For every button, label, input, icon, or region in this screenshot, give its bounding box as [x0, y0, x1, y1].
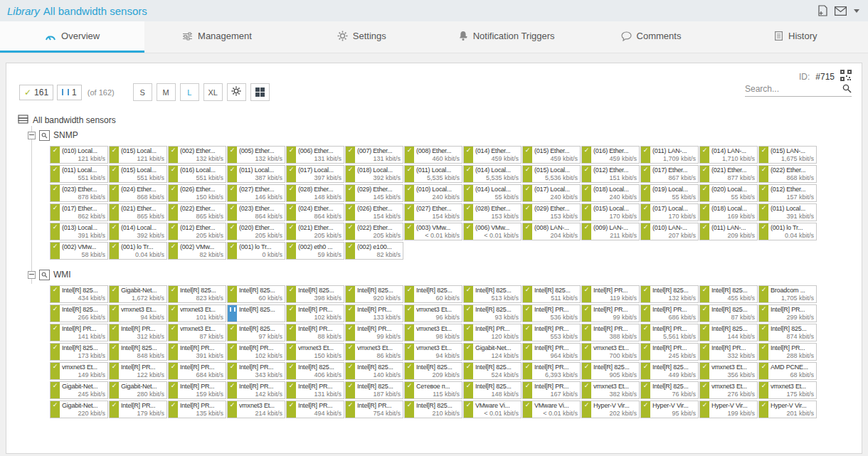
sensor-tile[interactable]: ✓(029) Ether...145 kbit/s	[345, 184, 403, 202]
sensor-tile[interactable]: ✓vmxnet3 Et...96 kbit/s	[404, 304, 462, 322]
sensor-tile[interactable]: ✓Broadcom ...1,705 kbit/s	[758, 285, 817, 303]
sensor-tile[interactable]: Intel[R] 825...	[227, 304, 285, 322]
sensor-tile[interactable]: ✓(024) Ether...864 kbit/s	[286, 203, 344, 221]
group-header-snmp[interactable]: SNMP	[28, 127, 854, 143]
sensor-tile[interactable]: ✓(020) Local...55 kbit/s	[699, 184, 758, 202]
sensor-tile[interactable]: ✓(010) LAN-...207 kbit/s	[640, 223, 699, 240]
sensor-tile[interactable]: ✓Intel[R] 825...76 kbit/s	[640, 381, 699, 399]
sensor-tile[interactable]: ✓(006) Ether...131 kbit/s	[286, 146, 344, 164]
sensor-tile[interactable]: ✓vmxnet3 Et...98 kbit/s	[404, 324, 462, 341]
sensor-tile[interactable]: ✓Intel[R] 825...848 kbit/s	[109, 343, 167, 361]
sensor-tile[interactable]: ✓(002) e100...82 kbit/s	[345, 242, 403, 260]
sensor-tile[interactable]: ✓vmxnet3 Et...150 kbit/s	[286, 343, 344, 361]
sensor-tile[interactable]: ✓Intel[R] PR...167 kbit/s	[522, 381, 581, 399]
sensor-tile[interactable]: ✓Intel[R] PR...754 kbit/s	[345, 401, 403, 418]
sensor-tile[interactable]: ✓(023) Ether...878 kbit/s	[50, 184, 108, 202]
sensor-tile[interactable]: ✓(008) Ether...460 kbit/s	[404, 146, 462, 164]
sensor-tile[interactable]: ✓(014) Local...5,535 kbit/s	[463, 165, 522, 183]
sensor-tile[interactable]: ✓Intel[R] PR...102 kbit/s	[227, 343, 285, 361]
tile-settings-button[interactable]	[227, 83, 246, 101]
sensor-tile[interactable]: ✓Intel[R] PR...5,561 kbit/s	[640, 324, 699, 341]
sensor-tile[interactable]: ✓Intel[R] PR...536 kbit/s	[522, 304, 581, 322]
sensor-tile[interactable]: ✓Intel[R] PR...288 kbit/s	[758, 343, 817, 361]
sensor-tile[interactable]: ✓(015) Local...121 kbit/s	[109, 146, 167, 164]
sensor-tile[interactable]: ✓Intel[R] 825...60 kbit/s	[404, 285, 462, 303]
sensor-tile[interactable]: ✓Intel[R] PR...119 kbit/s	[581, 285, 640, 303]
tree-root[interactable]: All bandwidth sensors	[18, 113, 854, 127]
sensor-tile[interactable]: ✓vmxnet3 Et...700 kbit/s	[581, 343, 640, 361]
sensor-tile[interactable]: ✓(002) VMw...82 kbit/s	[168, 242, 226, 260]
sensor-tile[interactable]: ✓(026) Ether...154 kbit/s	[345, 203, 403, 221]
sensor-tile[interactable]: ✓(015) Local...551 kbit/s	[109, 165, 167, 183]
sensor-tile[interactable]: ✓(009) LAN-...211 kbit/s	[581, 223, 640, 240]
tab-comments[interactable]: Comments	[578, 21, 723, 53]
sensor-tile[interactable]: ✓Intel[R] PR...141 kbit/s	[50, 324, 108, 341]
sensor-tile[interactable]: ✓Intel[R] 825...148 kbit/s	[463, 381, 522, 399]
sensor-tile[interactable]: ✓Intel[R] 825...144 kbit/s	[699, 324, 758, 341]
sensor-tile[interactable]: ✓Gigabit-Net...280 kbit/s	[109, 381, 167, 399]
email-icon[interactable]	[835, 6, 847, 16]
sensor-tile[interactable]: ✓Intel[R] PR...99 kbit/s	[581, 304, 640, 322]
sensor-tile[interactable]: ✓Gigabit-Net...245 kbit/s	[50, 381, 108, 399]
sensor-tile[interactable]: ✓(018) Local...392 kbit/s	[345, 165, 403, 183]
sensor-tile[interactable]: ✓Intel[R] 825...823 kbit/s	[168, 285, 226, 303]
sensor-tile[interactable]: ✓vmxnet3 Et...94 kbit/s	[404, 343, 462, 361]
sensor-tile[interactable]: ✓Intel[R] PR...686 kbit/s	[640, 304, 699, 322]
sensor-tile[interactable]: ✓(022) Ether...868 kbit/s	[758, 165, 817, 183]
tab-notification-triggers[interactable]: Notification Triggers	[434, 21, 578, 53]
size-button-m[interactable]: M	[157, 83, 176, 101]
sensor-tile[interactable]: ✓(002) Ether...132 kbit/s	[168, 146, 226, 164]
sensor-tile[interactable]: ✓Intel[R] PR...131 kbit/s	[286, 381, 344, 399]
sensor-tile[interactable]: ✓Intel[R] 825...449 kbit/s	[640, 362, 699, 380]
sensor-tile[interactable]: ✓Intel[R] 825...87 kbit/s	[699, 304, 758, 322]
sensor-tile[interactable]: ✓(029) Ether...153 kbit/s	[522, 203, 581, 221]
sensor-tile[interactable]: ✓(022) Ether...865 kbit/s	[168, 203, 226, 221]
sensor-tile[interactable]: ✓(007) Ether...131 kbit/s	[345, 146, 403, 164]
sensor-tile[interactable]: ✓Intel[R] PR...120 kbit/s	[463, 324, 522, 341]
size-button-xl[interactable]: XL	[203, 83, 223, 101]
sensor-tile[interactable]: ✓vmxnet3 Et...214 kbit/s	[227, 401, 285, 418]
collapse-icon[interactable]	[28, 132, 36, 139]
sensor-tile[interactable]: ✓(008) LAN-...204 kbit/s	[522, 223, 581, 240]
sensor-tile[interactable]: ✓Hyper-V Vir...201 kbit/s	[758, 401, 817, 418]
sensor-tile[interactable]: ✓(016) Ether...459 kbit/s	[581, 146, 640, 164]
size-button-l[interactable]: L	[180, 83, 199, 101]
sensor-tile[interactable]: ✓Intel[R] PR...142 kbit/s	[227, 381, 285, 399]
sensor-tile[interactable]: ✓(017) Local...397 kbit/s	[286, 165, 344, 183]
up-sensors-badge[interactable]: ✓ 161	[19, 85, 53, 100]
sensor-tile[interactable]: ✓Intel[R] 825...97 kbit/s	[227, 324, 285, 341]
sensor-tile[interactable]: ✓Intel[R] PR...122 kbit/s	[109, 362, 167, 380]
sensor-tile[interactable]: ✓(014) Local...55 kbit/s	[463, 184, 522, 202]
sensor-tile[interactable]: ✓vmxnet3 Et...149 kbit/s	[50, 362, 108, 380]
sensor-tile[interactable]: ✓vmxnet3 Et...101 kbit/s	[168, 304, 226, 322]
sensor-tile[interactable]: ✓(002) eth0 ...59 kbit/s	[286, 242, 344, 260]
size-button-s[interactable]: S	[133, 83, 152, 101]
sensor-tile[interactable]: ✓(014) Ether...459 kbit/s	[463, 146, 522, 164]
sensor-tile[interactable]: ✓(017) Ether...862 kbit/s	[50, 203, 108, 221]
sensor-tile[interactable]: ✓Intel[R] PR...332 kbit/s	[699, 343, 758, 361]
sensor-tile[interactable]: ✓Intel[R] 825...920 kbit/s	[345, 285, 403, 303]
sensor-tile[interactable]: ✓Gigabit-Net...124 kbit/s	[463, 343, 522, 361]
sensor-tile[interactable]: ✓(014) LAN-...1,710 kbit/s	[699, 146, 758, 164]
sensor-tile[interactable]: ✓vmxnet3 Et...356 kbit/s	[699, 362, 758, 380]
sensor-tile[interactable]: ✓(016) Local...551 kbit/s	[168, 165, 226, 183]
sensor-tile[interactable]: ✓Intel[R] PR...312 kbit/s	[109, 324, 167, 341]
sensor-tile[interactable]: ✓(015) LAN-...1,675 kbit/s	[758, 146, 817, 164]
sensor-tile[interactable]: ✓Intel[R] 825...187 kbit/s	[345, 381, 403, 399]
sensor-tile[interactable]: ✓AMD PCNE...68 kbit/s	[758, 362, 817, 380]
sensor-tile[interactable]: ✓VMware Vi...< 0.01 kbit/s	[522, 401, 581, 418]
sensor-tile[interactable]: ✓vmxnet3 Et...382 kbit/s	[581, 381, 640, 399]
sensor-tile[interactable]: ✓Intel[R] 825...210 kbit/s	[404, 401, 462, 418]
sensor-tile[interactable]: ✓Intel[R] 825...173 kbit/s	[50, 343, 108, 361]
sensor-tile[interactable]: ✓(012) Ether...205 kbit/s	[168, 223, 226, 240]
sensor-tile[interactable]: ✓Сетевое п...115 kbit/s	[404, 381, 462, 399]
sensor-tile[interactable]: ✓(010) Local...121 kbit/s	[50, 146, 108, 164]
sensor-tile[interactable]: ✓vmxnet3 Et...175 kbit/s	[758, 381, 817, 399]
sensor-tile[interactable]: ✓(011) Local...387 kbit/s	[227, 165, 285, 183]
sensor-tile[interactable]: ✓(026) Ether...150 kbit/s	[168, 184, 226, 202]
sensor-tile[interactable]: ✓(028) Ether...148 kbit/s	[286, 184, 344, 202]
dropdown-caret-icon[interactable]	[854, 9, 859, 13]
collapse-icon[interactable]	[28, 271, 36, 279]
sensor-tile[interactable]: ✓(012) Ether...157 kbit/s	[758, 184, 817, 202]
sensor-tile[interactable]: ✓Intel[R] 825...406 kbit/s	[286, 362, 344, 380]
